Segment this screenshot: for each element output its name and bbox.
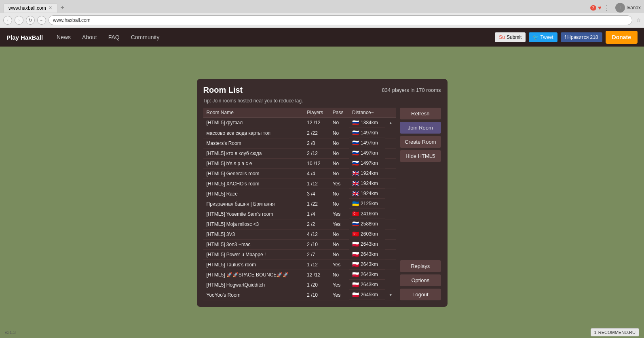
options-btn[interactable]: Options	[400, 274, 441, 286]
room-distance-cell: 🇵🇱2643km	[349, 280, 385, 290]
table-row[interactable]: [HTML5] кто в клуб сюда2 /12No🇷🇺1497km	[203, 148, 396, 158]
scroll-cell	[385, 239, 396, 249]
country-flag: 🇹🇷	[352, 210, 359, 217]
table-row[interactable]: [HTML5] Race3 /4No🇬🇧1924km	[203, 189, 396, 199]
room-table-container: Room Name Players Pass Distance~ [HTML5]…	[203, 108, 441, 300]
scroll-cell	[385, 158, 396, 168]
country-flag: 🇷🇺	[352, 119, 359, 126]
bookmark-icon[interactable]: ☆	[636, 17, 641, 23]
room-pass-cell: No	[329, 199, 349, 209]
nav-community[interactable]: Community	[125, 28, 165, 47]
col-players: Players	[304, 108, 329, 118]
side-buttons: Refresh Join Room Create Room Hide HTML5…	[400, 108, 441, 300]
address-bar[interactable]	[49, 15, 632, 25]
country-flag: 🇵🇱	[352, 281, 359, 288]
scroll-cell[interactable]: ▼	[385, 290, 396, 300]
table-row[interactable]: [HTML5] футзал12 /12No🇷🇺1384km▲	[203, 118, 396, 128]
create-room-btn[interactable]: Create Room	[400, 136, 441, 148]
col-room-name: Room Name	[203, 108, 304, 118]
apps-button[interactable]: ⋯	[37, 16, 46, 25]
room-panel: Room List 834 players in 170 rooms Tip: …	[197, 79, 448, 307]
room-players-cell: 4 /12	[304, 229, 329, 239]
site-navigation: Play HaxBall News About FAQ Community Su…	[0, 28, 644, 47]
room-pass-cell: No	[329, 229, 349, 239]
nav-news[interactable]: News	[51, 28, 76, 47]
country-flag: 🇹🇷	[352, 231, 359, 237]
room-name-cell: [HTML5] Power u Mbappe !	[203, 249, 304, 259]
table-row[interactable]: [HTML5] General's room4 /4No🇬🇧1924km	[203, 168, 396, 179]
new-tab-icon[interactable]: +	[61, 4, 64, 11]
table-row[interactable]: [HTML5] Power u Mbappe !2 /7No🇵🇱2643km	[203, 249, 396, 259]
recommend-label: RECOMMEND.RU	[598, 330, 636, 335]
room-pass-cell: Yes	[329, 290, 349, 300]
room-pass-cell: No	[329, 148, 349, 158]
like-button[interactable]: f Нравится 218	[561, 32, 602, 42]
table-row[interactable]: Masters's Room2 /8No🇷🇺1497km	[203, 138, 396, 148]
room-pass-cell: No	[329, 239, 349, 249]
apps-icon[interactable]: ⋮	[603, 3, 610, 12]
room-distance-cell: 🇷🇺2588km	[349, 219, 385, 229]
room-distance-cell: 🇵🇱2643km	[349, 259, 385, 270]
table-row[interactable]: Призрачная башня | Британия1 /22No🇺🇦2125…	[203, 199, 396, 209]
room-pass-cell: Yes	[329, 209, 349, 219]
room-distance-cell: 🇷🇺1497km	[349, 158, 385, 168]
join-room-btn[interactable]: Join Room	[400, 122, 441, 134]
scroll-cell	[385, 168, 396, 179]
refresh-btn[interactable]: Refresh	[400, 108, 441, 119]
room-name-cell: [HTML5] 3on3 ~mac	[203, 239, 304, 249]
bottom-bar: v31.3 1 RECOMMEND.RU	[0, 327, 644, 338]
room-name-cell: [HTML5] Moja milosc <3	[203, 219, 304, 229]
scroll-cell	[385, 270, 396, 280]
table-row[interactable]: [HTML5] b's s p a c e10 /12No🇷🇺1497km	[203, 158, 396, 168]
table-row[interactable]: [HTML5] HogwartQuidditch1 /20Yes🇵🇱2643km	[203, 280, 396, 290]
scroll-cell	[385, 229, 396, 239]
country-flag: 🇬🇧	[352, 180, 359, 187]
stumbleupon-icon: Su	[499, 34, 505, 40]
nav-faq[interactable]: FAQ	[103, 28, 125, 47]
back-button[interactable]: ‹	[3, 16, 12, 25]
tab-title: www.haxball.com	[8, 5, 46, 11]
tab-close-icon[interactable]: ✕	[49, 5, 52, 11]
active-tab[interactable]: www.haxball.com ✕	[3, 3, 57, 13]
donate-button[interactable]: Donate	[606, 31, 638, 44]
recommend-icon: 1	[594, 330, 597, 335]
table-row[interactable]: [HTML5] XACHO's room1 /12Yes🇬🇧1924km	[203, 179, 396, 189]
col-distance[interactable]: Distance~	[349, 108, 385, 118]
country-flag: 🇵🇱	[352, 291, 359, 298]
table-row[interactable]: [HTML5] 🚀🚀SPACE BOUNCE🚀🚀12 /12No🇵🇱2643km	[203, 270, 396, 280]
room-tip: Tip: Join rooms hosted near you to reduc…	[203, 98, 441, 104]
table-row[interactable]: [HTML5] 3on3 ~mac2 /10No🇵🇱2643km	[203, 239, 396, 249]
room-distance-cell: 🇵🇱2643km	[349, 270, 385, 280]
room-pass-cell: No	[329, 128, 349, 138]
browser-nav: ‹ › ↻ ⋯ ☆	[0, 13, 644, 28]
table-row[interactable]: [HTML5] 3V34 /12No🇹🇷2603km	[203, 229, 396, 239]
room-distance-cell: 🇵🇱2643km	[349, 249, 385, 259]
table-row[interactable]: [HTML5] Taulus's room1 /12Yes🇵🇱2643km	[203, 259, 396, 270]
room-distance-cell: 🇷🇺1497km	[349, 148, 385, 158]
forward-button[interactable]: ›	[15, 16, 23, 25]
room-players-cell: 12 /12	[304, 118, 329, 128]
logout-btn[interactable]: Logout	[400, 289, 441, 300]
table-row[interactable]: массово все сюда карты топ2 /22No🇷🇺1497k…	[203, 128, 396, 138]
room-pass-cell: No	[329, 138, 349, 148]
room-players-cell: 1 /4	[304, 209, 329, 219]
hide-html5-btn[interactable]: Hide HTML5	[400, 150, 441, 162]
refresh-button[interactable]: ↻	[26, 16, 35, 25]
scroll-cell	[385, 280, 396, 290]
room-name-cell: [HTML5] General's room	[203, 168, 304, 179]
room-pass-cell: Yes	[329, 179, 349, 189]
room-pass-cell: No	[329, 118, 349, 128]
room-players-cell: 2 /8	[304, 138, 329, 148]
facebook-icon: f	[565, 34, 566, 40]
table-row[interactable]: YooYoo's Room2 /10Yes🇵🇱2645km▼	[203, 290, 396, 300]
table-row[interactable]: [HTML5] Yosemite Sam's room1 /4Yes🇹🇷2416…	[203, 209, 396, 219]
room-pass-cell: Yes	[329, 259, 349, 270]
brand-link[interactable]: Play HaxBall	[6, 34, 43, 41]
tweet-button[interactable]: 🐦 Tweet	[529, 32, 557, 42]
scroll-cell[interactable]: ▲	[385, 118, 396, 128]
submit-button[interactable]: Su Submit	[495, 32, 526, 42]
scroll-cell	[385, 219, 396, 229]
replays-btn[interactable]: Replays	[400, 260, 441, 272]
table-row[interactable]: [HTML5] Moja milosc <32 /2Yes🇷🇺2588km	[203, 219, 396, 229]
nav-about[interactable]: About	[76, 28, 103, 47]
